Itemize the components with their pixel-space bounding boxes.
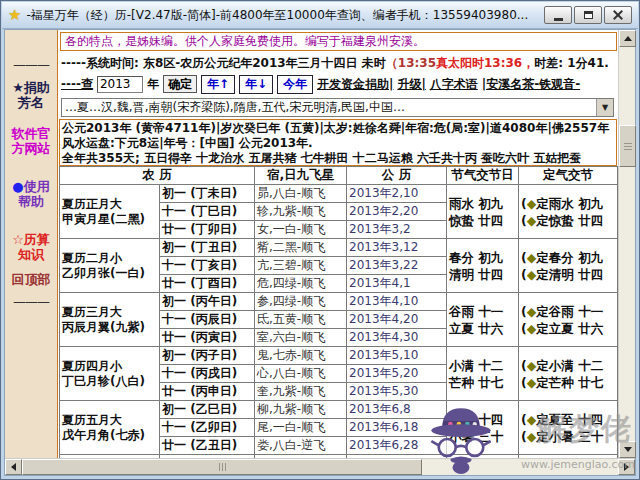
mansion-star: 娄,八白-逆飞 <box>255 437 347 455</box>
sidebar-link-calendar-knowledge[interactable]: ☆历算 知识 <box>5 232 57 262</box>
thumb-grip <box>624 143 632 150</box>
month-pillar: 丁巳月轸(八白) <box>62 374 157 389</box>
gregorian-date: 2013年5,20 <box>347 365 447 383</box>
this-year-button[interactable]: 今年 <box>277 75 313 94</box>
mansion-star: 女,一白-顺飞 <box>255 221 347 239</box>
vertical-scrollbar[interactable] <box>618 30 635 458</box>
month-name: 夏历四月小 <box>62 359 157 374</box>
scroll-left-button[interactable] <box>5 459 22 475</box>
calendar-table: 农 历 宿,日九飞星 公 历 节气交节日 定气交节 夏历正月大甲寅月星(二黑) … <box>59 166 618 458</box>
year-up-button[interactable]: 年↑ <box>201 75 235 94</box>
close-button[interactable] <box>604 6 632 24</box>
window-controls <box>544 6 632 24</box>
app-icon-star: ★ <box>8 6 21 24</box>
month-pillar: 甲寅月星(二黑) <box>62 212 157 227</box>
dingqi-text: 定雨水 初九 <box>536 196 603 211</box>
year-input[interactable] <box>97 76 143 93</box>
dingqi-line: (◆定小满 十二 <box>521 357 615 374</box>
lunar-day: 廿一 (丙申日) <box>160 383 255 401</box>
month-name: 夏历三月大 <box>62 305 157 320</box>
lunar-day: 初一 (乙巳日) <box>160 401 255 419</box>
sidebar-help-label: 使用 帮助 <box>18 179 50 209</box>
dingqi-line: (◆定惊蛰 廿四 <box>521 212 615 229</box>
dingqi-line: (◆定小暑 三十 <box>521 428 615 445</box>
mansion-star: 尾,一白-顺飞 <box>255 419 347 437</box>
titlebar[interactable]: ★ -福星万年（经）历-[V2.47版-简体]-前4800年至10000年查询、… <box>2 2 638 29</box>
mansion-star: 危,四绿-顺飞 <box>255 275 347 293</box>
lunar-day: 廿一 (丙寅日) <box>160 329 255 347</box>
minimize-button[interactable] <box>544 6 572 24</box>
chevron-down-icon: ▼ <box>602 103 608 112</box>
header-gregorian: 公 历 <box>347 167 447 185</box>
sidebar-link-back-to-top[interactable]: 回顶部 <box>5 272 57 287</box>
mansion-star: 参,四绿-顺飞 <box>255 293 347 311</box>
scroll-down-button[interactable] <box>619 441 636 458</box>
dingqi-text: 定立夏 廿六 <box>536 321 603 336</box>
jieqi-line: 清明 廿四 <box>449 266 516 283</box>
bullet-icon: ● <box>12 179 23 194</box>
jieqi-line: 立夏 廿六 <box>449 320 516 337</box>
dropdown-button[interactable]: ▼ <box>596 99 613 116</box>
header-true-solar-terms: 定气交节 <box>519 167 618 185</box>
lunar-day: 十一 (丙辰日) <box>160 311 255 329</box>
horizontal-scrollbar[interactable] <box>5 458 635 475</box>
gregorian-date: 2013年2,20 <box>347 203 447 221</box>
sidebar-divider-bottom: ——— <box>5 294 57 309</box>
confirm-button[interactable]: 确定 <box>163 75 197 93</box>
donate-link[interactable]: 开发资金捐助| <box>317 76 393 93</box>
diamond-icon: ◆ <box>527 213 537 228</box>
jieqi-line: 小满 十二 <box>449 357 516 374</box>
month-name: 夏历正月大 <box>62 197 157 212</box>
arrow-down-icon <box>624 447 632 452</box>
diamond-icon: ◆ <box>527 304 537 319</box>
month-row: 夏历四月小丁巳月轸(八白) 初一 (丙子日) 鬼,七赤-顺飞 2013年5,10… <box>60 347 618 401</box>
system-time-line: -----系统时间: 东8区-农历公元纪年2013年三月十四日 未时（13:35… <box>61 55 618 72</box>
anxi-tea-link[interactable]: |安溪名茶-铁观音- <box>482 76 580 93</box>
upgrade-link[interactable]: 升级| <box>397 76 425 93</box>
lunar-day: 初一 (丁丑日) <box>160 239 255 257</box>
jieqi-line: 芒种 廿七 <box>449 374 516 391</box>
month-pillar: 戊午月角(七赤) <box>62 428 157 443</box>
year-query-toolbar: ----查 年 确定 年↑ 年↓ 今年 开发资金捐助| 升级| 八字术语 |安溪… <box>61 73 618 95</box>
scroll-right-button[interactable] <box>618 459 635 475</box>
mansion-star: 奎,九紫-顺飞 <box>255 383 347 401</box>
mansion-star: 室,六白-顺飞 <box>255 329 347 347</box>
gregorian-date: 2013年5,30 <box>347 383 447 401</box>
mansion-star: 柳,九紫-顺飞 <box>255 401 347 419</box>
horizontal-scroll-thumb[interactable] <box>22 459 422 475</box>
mansion-star: 氐,五黄-顺飞 <box>255 311 347 329</box>
dingqi-text: 定芒种 廿七 <box>536 375 603 390</box>
system-clock: （13:35 <box>386 56 436 70</box>
month-row: 夏历五月大戊午月角(七赤) 初一 (乙巳日) 柳,九紫-顺飞 2013年6,8 … <box>60 401 618 455</box>
restore-button[interactable] <box>574 6 602 24</box>
dingqi-line: (◆定谷雨 十一 <box>521 303 615 320</box>
lunar-day: 十一 (丁亥日) <box>160 257 255 275</box>
time-diff: 时差: 1分41. <box>534 56 609 70</box>
year-info-line1: 公元2013年 (黄帝4711年)|岁次癸巳年 (五黄)|太岁:姓徐名舜|年宿:… <box>62 121 614 136</box>
lunar-day: 十一 (丙戌日) <box>160 365 255 383</box>
mansion-star: 亢,三碧-顺飞 <box>255 257 347 275</box>
sidebar-link-donor-list[interactable]: ★捐助 芳名 <box>5 80 57 110</box>
mansion-star: 轸,九紫-顺飞 <box>255 203 347 221</box>
diamond-icon: ◆ <box>527 196 537 211</box>
query-link[interactable]: ----查 <box>61 76 93 93</box>
year-down-button[interactable]: 年↓ <box>239 75 273 94</box>
lunar-day: 廿一 (丁酉日) <box>160 275 255 293</box>
sidebar-link-official-website[interactable]: 软件官 方网站 <box>5 126 57 156</box>
scroll-up-button[interactable] <box>619 30 636 47</box>
sidebar-link-help[interactable]: ●使用 帮助 <box>5 179 57 209</box>
sidebar: ——— ★捐助 芳名 软件官 方网站 ●使用 帮助 ☆历算 知识 回顶部 ——— <box>5 30 57 458</box>
gregorian-date: 2013年5,10 <box>347 347 447 365</box>
jieqi-line: 雨水 初九 <box>449 195 516 212</box>
lunar-day: 廿一 (乙丑日) <box>160 437 255 455</box>
bazi-terms-link[interactable]: 八字术语 <box>430 76 478 93</box>
diamond-icon: ◆ <box>527 358 537 373</box>
vertical-scroll-thumb[interactable] <box>619 125 636 167</box>
dingqi-text: 定清明 廿四 <box>536 267 603 282</box>
header-lunar: 农 历 <box>60 167 255 185</box>
dynasty-era-dropdown[interactable]: …夏…汉,魏,晋,南朝(宋齐梁陈),隋唐,五代,宋元明清,民国,中国… ▼ <box>61 98 614 117</box>
mansion-star: 心,八白-顺飞 <box>255 365 347 383</box>
lunar-day: 初一 (丙子日) <box>160 347 255 365</box>
dingqi-line: (◆定清明 廿四 <box>521 266 615 283</box>
gregorian-date: 2013年3,22 <box>347 257 447 275</box>
